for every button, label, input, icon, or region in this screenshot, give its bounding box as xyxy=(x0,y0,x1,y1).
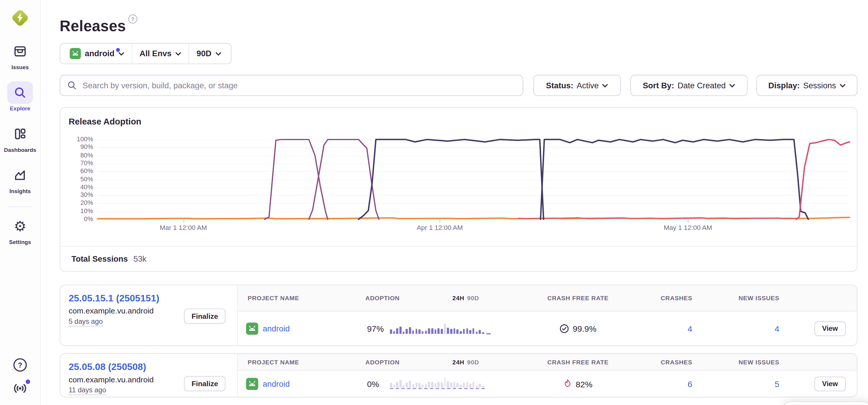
sidebar-item-explore[interactable]: Explore xyxy=(0,82,40,112)
sparkline-bar xyxy=(403,332,405,334)
release-adoption-panel: Release Adoption 100%90%80%70%60%50%40%3… xyxy=(60,107,858,272)
column-header-trend[interactable]: 24H90D xyxy=(453,359,479,365)
x-axis-tick xyxy=(183,219,184,222)
android-project-icon xyxy=(70,48,81,59)
y-axis-tick-label: 100% xyxy=(68,136,93,143)
display-dropdown-label: Display: xyxy=(768,81,800,90)
floating-widget[interactable] xyxy=(782,401,868,405)
y-axis-tick-label: 20% xyxy=(68,199,93,206)
page-help-icon[interactable]: ? xyxy=(128,14,137,23)
view-button[interactable]: View xyxy=(814,377,846,391)
finalize-button[interactable]: Finalize xyxy=(184,308,225,323)
sparkline-bar xyxy=(482,386,484,387)
sessions-sparkline[interactable] xyxy=(390,321,485,334)
sparkline-bar xyxy=(460,331,462,334)
x-axis-tick-label: May 1 12:00 AM xyxy=(664,224,712,231)
release-version-link[interactable]: 25.05.15.1 (2505151) xyxy=(68,292,237,304)
series-release-apr-10 xyxy=(540,139,808,219)
status-dropdown[interactable]: Status: Active xyxy=(533,75,621,96)
sidebar-item-insights[interactable]: Insights xyxy=(0,164,40,194)
column-header-adoption: ADOPTION xyxy=(366,359,400,365)
sparkline-bar xyxy=(463,382,465,387)
help-icon[interactable]: ? xyxy=(13,358,27,372)
search-input[interactable] xyxy=(82,80,516,90)
releases-page: Issues Explore Dashboards xyxy=(0,0,868,405)
trend-90d-toggle[interactable]: 90D xyxy=(467,359,479,365)
sparkline-bar xyxy=(450,329,452,334)
sparkline-bar xyxy=(396,382,398,387)
sparkline-bar xyxy=(482,332,484,334)
column-header-new-issues: NEW ISSUES xyxy=(720,359,779,365)
sparkline-bar xyxy=(425,384,427,387)
sidebar-item-label: Insights xyxy=(9,188,31,194)
check-circle-icon xyxy=(559,324,569,334)
column-header-crash-free: CRASH FREE RATE xyxy=(519,294,637,302)
sidebar-item-settings[interactable]: ⚙ Settings xyxy=(0,215,40,245)
sparkline-bar xyxy=(441,382,443,387)
sidebar-item-issues[interactable]: Issues xyxy=(0,40,40,70)
sort-by-dropdown[interactable]: Sort By: Date Created xyxy=(630,75,747,96)
status-dropdown-label: Status: xyxy=(546,81,573,90)
adoption-line-chart[interactable] xyxy=(98,138,850,222)
release-summary: 25.05.15.1 (2505151) com.example.vu.andr… xyxy=(60,285,238,346)
sparkline-bar xyxy=(479,383,481,387)
sessions-sparkline[interactable] xyxy=(390,377,485,389)
sparkline-bar xyxy=(422,331,424,334)
sparkline-bar xyxy=(437,382,440,387)
search-icon xyxy=(67,80,77,90)
project-link[interactable]: android xyxy=(263,379,290,388)
y-axis-tick-label: 90% xyxy=(68,144,93,150)
total-sessions-value: 53k xyxy=(133,255,147,263)
x-axis-tick-label: Apr 1 12:00 AM xyxy=(416,224,463,231)
column-header-trend[interactable]: 24H90D xyxy=(453,294,479,302)
sidebar-nav: Issues Explore Dashboards xyxy=(0,40,40,256)
sparkline-bar xyxy=(418,329,421,334)
environment-filter[interactable]: All Envs xyxy=(132,43,189,64)
sort-by-dropdown-value: Date Created xyxy=(678,81,726,90)
release-age[interactable]: 11 days ago xyxy=(68,386,106,395)
finalize-button[interactable]: Finalize xyxy=(184,376,225,391)
release-table: PROJECT NAME ADOPTION 24H90D CRASH FREE … xyxy=(238,354,857,397)
trend-24h-toggle[interactable]: 24H xyxy=(453,294,465,302)
org-logo-icon[interactable] xyxy=(10,8,30,28)
sparkline-bar xyxy=(418,383,421,387)
trend-24h-toggle[interactable]: 24H xyxy=(453,359,465,365)
chevron-down-icon xyxy=(118,52,124,55)
y-axis-tick-label: 0% xyxy=(68,215,93,222)
sparkline-bar xyxy=(457,329,459,334)
search-icon xyxy=(7,82,33,104)
sparkline-bar xyxy=(441,329,443,334)
sparkline-bar xyxy=(425,331,427,334)
view-button[interactable]: View xyxy=(814,321,846,336)
sparkline-bar xyxy=(434,329,436,334)
new-issues-link[interactable]: 5 xyxy=(775,379,779,388)
new-issues-link[interactable]: 4 xyxy=(775,324,779,334)
sparkline-bar xyxy=(393,385,395,387)
total-sessions-label: Total Sessions xyxy=(71,255,128,263)
chevron-down-icon xyxy=(215,52,222,55)
column-header-crashes: CRASHES xyxy=(637,359,692,365)
crashes-link[interactable]: 4 xyxy=(688,324,692,334)
display-dropdown[interactable]: Display: Sessions xyxy=(756,75,858,96)
sparkline-bar xyxy=(447,381,449,387)
sparkline-bar xyxy=(475,385,477,387)
sidebar-item-dashboards[interactable]: Dashboards xyxy=(0,123,40,153)
whats-new-button[interactable] xyxy=(13,382,27,397)
release-age[interactable]: 5 days ago xyxy=(68,318,103,326)
sparkline-bar xyxy=(444,377,446,387)
notification-dot xyxy=(26,379,30,384)
date-range-filter[interactable]: 90D xyxy=(189,43,229,64)
sparkline-bar xyxy=(400,327,402,334)
sparkline-bar xyxy=(415,382,417,387)
project-filter[interactable]: android xyxy=(62,43,131,64)
trend-90d-toggle[interactable]: 90D xyxy=(467,294,479,302)
release-version-link[interactable]: 25.05.08 (250508) xyxy=(68,361,237,373)
crashes-link[interactable]: 6 xyxy=(688,379,692,388)
series-release-mar-27 xyxy=(359,139,544,219)
display-dropdown-value: Sessions xyxy=(803,81,836,90)
column-header-crashes: CRASHES xyxy=(637,294,692,302)
column-header-crash-free: CRASH FREE RATE xyxy=(519,359,637,365)
new-issues-cell: 4 xyxy=(720,324,779,334)
project-link[interactable]: android xyxy=(263,324,290,333)
adoption-value: 0% xyxy=(367,379,379,388)
